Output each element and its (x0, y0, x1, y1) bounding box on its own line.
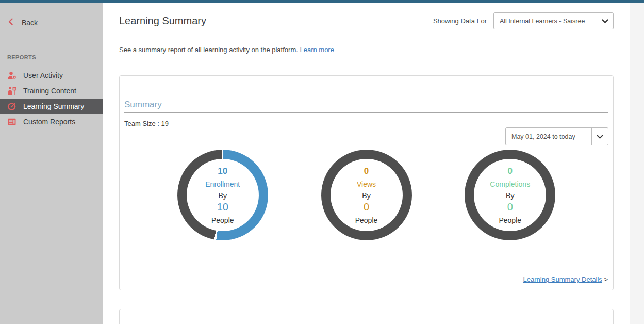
sidebar-item-label: Learning Summary (23, 102, 84, 110)
enrollment-metric-label: Enrollment (205, 180, 240, 188)
views-people-value: 0 (364, 201, 369, 213)
enrollment-people-value: 10 (217, 201, 228, 213)
summary-card: Summary Team Size : 19 May 01, 2024 to t… (119, 75, 614, 290)
views-donut-ring: 0 Views By 0 People (321, 150, 412, 240)
audience-dropdown-value: All Internal Learners - Saisree (494, 13, 597, 29)
completions-metric-label: Completions (490, 180, 530, 188)
date-range-row: May 01, 2024 to today (124, 127, 608, 145)
reports-section-label: REPORTS (7, 54, 103, 60)
vertical-scrollbar[interactable] (630, 3, 644, 324)
chevron-down-icon (591, 128, 608, 145)
audience-selector: Showing Data For All Internal Learners -… (433, 12, 614, 29)
by-label: By (219, 191, 227, 200)
showing-data-for-label: Showing Data For (433, 17, 487, 25)
completions-donut-center: 0 Completions By 0 People (474, 159, 546, 231)
enrollment-donut-chart: 10 Enrollment By 10 People (177, 150, 268, 240)
learning-summary-icon (7, 102, 16, 110)
views-donut-chart: 0 Views By 0 People (321, 150, 412, 240)
learn-more-link[interactable]: Learn more (300, 46, 334, 54)
date-range-dropdown[interactable]: May 01, 2024 to today (505, 127, 608, 145)
sidebar-item-training-content[interactable]: Training Content (0, 83, 103, 99)
learning-summary-details-link[interactable]: Learning Summary Details (523, 276, 602, 283)
by-label: By (506, 191, 514, 200)
training-content-icon (7, 87, 16, 95)
header-divider (119, 37, 614, 37)
sidebar-item-label: User Activity (23, 71, 63, 79)
completions-value: 0 (508, 166, 513, 176)
sidebar-item-label: Custom Reports (23, 118, 75, 126)
page-header: Learning Summary Showing Data For All In… (119, 12, 614, 29)
top-accent-bar (0, 0, 644, 3)
date-range-dropdown-value: May 01, 2024 to today (506, 128, 591, 145)
details-link-arrow: > (604, 276, 608, 283)
back-button[interactable]: Back (0, 3, 103, 35)
page-description: See a summary report of all learning act… (119, 46, 614, 54)
description-text: See a summary report of all learning act… (119, 46, 298, 54)
enrollment-donut-center: 10 Enrollment By 10 People (187, 159, 259, 231)
people-label: People (355, 216, 378, 224)
user-activity-icon (7, 71, 16, 79)
views-donut-center: 0 Views By 0 People (331, 159, 403, 231)
summary-donut-charts: 10 Enrollment By 10 People 0 Views By 0 (124, 150, 608, 240)
completions-people-value: 0 (507, 201, 513, 213)
sidebar-item-learning-summary[interactable]: Learning Summary (0, 99, 103, 114)
audience-dropdown[interactable]: All Internal Learners - Saisree (493, 12, 614, 29)
sidebar-item-label: Training Content (23, 87, 76, 95)
chevron-left-icon (8, 18, 13, 27)
summary-card-title: Summary (124, 100, 608, 110)
sidebar: Back REPORTS User Activity (0, 3, 103, 324)
sidebar-item-custom-reports[interactable]: Custom Reports (0, 114, 103, 129)
sidebar-divider (3, 35, 95, 35)
sidebar-nav: User Activity Training Content (0, 68, 103, 129)
custom-reports-icon (7, 118, 16, 125)
sidebar-item-user-activity[interactable]: User Activity (0, 68, 103, 83)
chevron-down-icon (597, 13, 613, 29)
next-report-card (119, 309, 614, 324)
people-label: People (499, 216, 521, 224)
by-label: By (362, 191, 370, 200)
completions-donut-chart: 0 Completions By 0 People (465, 150, 555, 240)
views-value: 0 (364, 166, 369, 176)
main-content: Learning Summary Showing Data For All In… (103, 3, 630, 324)
views-metric-label: Views (357, 180, 376, 188)
people-label: People (211, 216, 234, 224)
enrollment-value: 10 (218, 166, 227, 176)
back-label: Back (22, 19, 38, 27)
summary-card-divider (124, 112, 608, 113)
details-link-row: Learning Summary Details > (523, 276, 608, 283)
enrollment-donut-ring: 10 Enrollment By 10 People (177, 150, 268, 240)
team-size-label: Team Size : 19 (124, 120, 608, 127)
completions-donut-ring: 0 Completions By 0 People (465, 150, 555, 240)
page-title: Learning Summary (119, 15, 206, 27)
